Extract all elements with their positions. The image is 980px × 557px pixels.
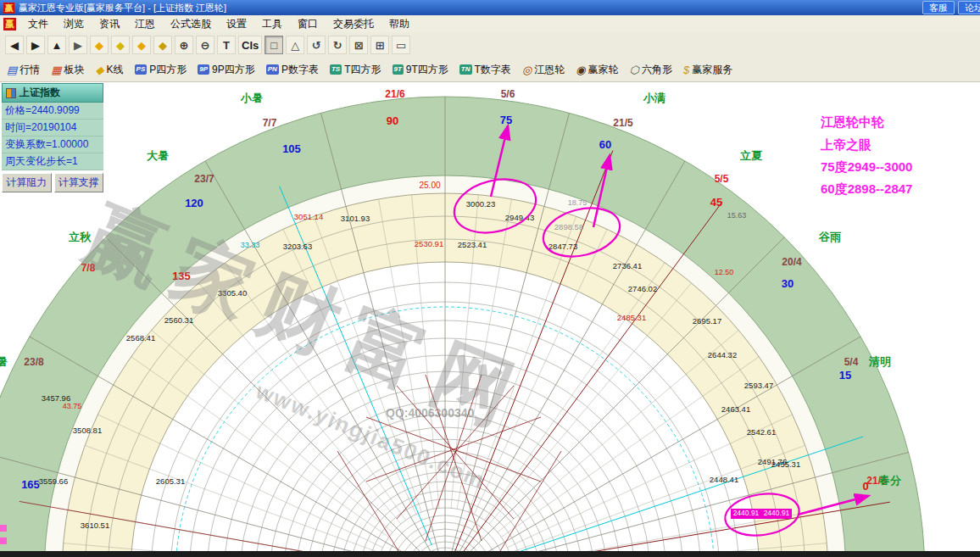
up-icon[interactable]: ▲ bbox=[47, 36, 66, 54]
wheel-label: 小暑 bbox=[240, 92, 263, 104]
price-row: 价格=2440.9099 bbox=[2, 103, 103, 120]
menu-item[interactable]: 浏览 bbox=[57, 16, 91, 32]
gann-diamond-2-icon[interactable]: ◆ bbox=[111, 36, 130, 54]
back-icon[interactable]: ◀ bbox=[5, 36, 24, 54]
tool-glyph-icon: TS bbox=[330, 64, 342, 75]
menu-item[interactable]: 设置 bbox=[220, 16, 253, 32]
customer-service-button[interactable]: 客服 bbox=[922, 1, 955, 14]
wheel-label: 2485.31 bbox=[617, 313, 646, 322]
menu-bar: 赢 文件浏览资讯江恩公式选股设置工具窗口交易委托帮助 bbox=[0, 15, 980, 33]
tool-label: 9P四方形 bbox=[212, 63, 255, 77]
text-tool-icon[interactable]: T bbox=[217, 36, 236, 54]
pointer-icon[interactable]: ▶ bbox=[69, 36, 87, 54]
tool-label: P四方形 bbox=[149, 63, 187, 77]
wheel-label: 立夏 bbox=[739, 149, 763, 162]
wheel-label: 3559.66 bbox=[39, 476, 68, 486]
wheel-label: 2593.47 bbox=[744, 381, 773, 390]
wheel-label: 2898.58 bbox=[554, 222, 583, 231]
tool-label: 行情 bbox=[19, 63, 40, 77]
wheel-label: 江恩轮中轮 bbox=[820, 114, 885, 129]
delete-tool-icon[interactable]: ⊠ bbox=[349, 36, 368, 54]
wheel-label: 5/5 bbox=[715, 173, 729, 185]
calc-support-button[interactable]: 计算支撑 bbox=[54, 173, 104, 192]
rotate-right-icon[interactable]: ↻ bbox=[328, 36, 347, 54]
gann-diamond-3-icon[interactable]: ◆ bbox=[132, 36, 151, 54]
wheel-label: 谷雨 bbox=[818, 231, 842, 243]
left-edge-markers bbox=[0, 525, 8, 550]
tool-label: 板块 bbox=[64, 63, 85, 77]
wheel-label: 2440.91 bbox=[764, 509, 790, 517]
wheel-label: 处暑 bbox=[0, 355, 8, 368]
gann-diamond-1-icon[interactable]: ◆ bbox=[90, 36, 109, 54]
winner-service-button[interactable]: $ 赢家服务 bbox=[683, 63, 732, 77]
menu-item[interactable]: 公式选股 bbox=[164, 16, 218, 32]
triangle-tool-icon[interactable]: △ bbox=[286, 36, 304, 54]
tool-glyph-icon: PN bbox=[266, 64, 279, 75]
wheel-label: 3051.14 bbox=[294, 212, 323, 221]
wheel-label: 21/5 bbox=[613, 117, 633, 129]
wheel-label: 2746.02 bbox=[628, 284, 657, 293]
wheel-label: 165 bbox=[21, 478, 40, 491]
9p-square-button[interactable]: 9P 9P四方形 bbox=[198, 63, 254, 77]
menu-item[interactable]: 窗口 bbox=[291, 16, 325, 32]
wheel-label: 3508.81 bbox=[73, 426, 102, 435]
wheel-label: 2568.41 bbox=[126, 333, 155, 343]
menu-item[interactable]: 江恩 bbox=[128, 16, 162, 32]
gann-diamond-4-icon[interactable]: ◆ bbox=[153, 36, 172, 54]
wheel-label: 23/7 bbox=[194, 173, 214, 185]
grid-tool-icon[interactable]: ⊞ bbox=[370, 36, 389, 54]
wheel-label: 105 bbox=[282, 142, 301, 155]
menu-item[interactable]: 帮助 bbox=[382, 16, 416, 32]
winner-wheel-button[interactable]: ◉ 赢家轮 bbox=[576, 63, 618, 77]
t-table-button[interactable]: TN T数字表 bbox=[459, 63, 511, 77]
wheel-label: 15.63 bbox=[727, 211, 747, 220]
watermark-text: QQ:4006300340 bbox=[386, 406, 475, 420]
kline-button[interactable]: ◆ K线 bbox=[96, 63, 124, 77]
wheel-label: 75度2949--3000 bbox=[821, 159, 912, 174]
clear-screen-button[interactable]: Cls bbox=[238, 36, 262, 54]
rect-tool-icon[interactable]: □ bbox=[264, 36, 283, 54]
index-title: 上证指数 bbox=[19, 86, 60, 100]
t-square-button[interactable]: TS T四方形 bbox=[330, 63, 381, 77]
wheel-label: 25.00 bbox=[419, 181, 440, 190]
sector-button[interactable]: ▦ 板块 bbox=[51, 63, 84, 77]
wheel-label: 2695.17 bbox=[693, 316, 721, 326]
brand-logo-icon: 赢 bbox=[3, 18, 16, 31]
wheel-label: 75 bbox=[500, 114, 512, 126]
wheel-label: 2736.41 bbox=[613, 261, 642, 270]
wheel-label: 5/4 bbox=[844, 356, 859, 368]
comment-tool-icon[interactable]: ▭ bbox=[392, 36, 410, 54]
hexagon-button[interactable]: ⬡ 六角形 bbox=[630, 63, 672, 77]
tool-label: T四方形 bbox=[344, 63, 381, 77]
zoom-in-icon[interactable]: ⊕ bbox=[175, 36, 193, 54]
index-grid-icon bbox=[6, 88, 16, 98]
gann-wheel-button[interactable]: ◎ 江恩轮 bbox=[522, 63, 565, 77]
p-square-button[interactable]: PS P四方形 bbox=[135, 63, 187, 77]
tool-label: T数字表 bbox=[475, 63, 511, 77]
wheel-label: 3203.63 bbox=[283, 242, 312, 251]
menu-item[interactable]: 文件 bbox=[21, 16, 55, 32]
tool-label: 赢家服务 bbox=[692, 63, 732, 77]
menu-item[interactable]: 资讯 bbox=[92, 16, 126, 32]
gann-wheel-chart[interactable]: 907560105120135453015165021/65/621/57/72… bbox=[0, 0, 980, 557]
forum-button[interactable]: 论坛 bbox=[958, 1, 980, 14]
wheel-label: 23/8 bbox=[24, 356, 44, 368]
market-button[interactable]: ▤ 行情 bbox=[7, 63, 40, 77]
tool-label: P数字表 bbox=[281, 63, 319, 77]
wheel-label: 2455.31 bbox=[771, 460, 800, 469]
rotate-left-icon[interactable]: ↺ bbox=[307, 36, 326, 54]
index-header[interactable]: 上证指数 bbox=[2, 83, 103, 103]
wheel-label: 大暑 bbox=[147, 149, 169, 162]
p-table-button[interactable]: PN P数字表 bbox=[266, 63, 319, 77]
wheel-label: 2560.31 bbox=[164, 315, 193, 325]
menu-item[interactable]: 交易委托 bbox=[326, 16, 381, 32]
wheel-label: 30 bbox=[782, 277, 793, 290]
wheel-label: 清明 bbox=[868, 355, 891, 368]
app-logo-icon: 赢 bbox=[3, 3, 14, 14]
wheel-label: 15 bbox=[839, 369, 851, 382]
forward-icon[interactable]: ▶ bbox=[26, 36, 45, 54]
9t-square-button[interactable]: 9T 9T四方形 bbox=[393, 63, 448, 77]
calc-resistance-button[interactable]: 计算阻力 bbox=[2, 173, 52, 192]
menu-item[interactable]: 工具 bbox=[255, 16, 289, 32]
zoom-out-icon[interactable]: ⊖ bbox=[196, 36, 214, 54]
